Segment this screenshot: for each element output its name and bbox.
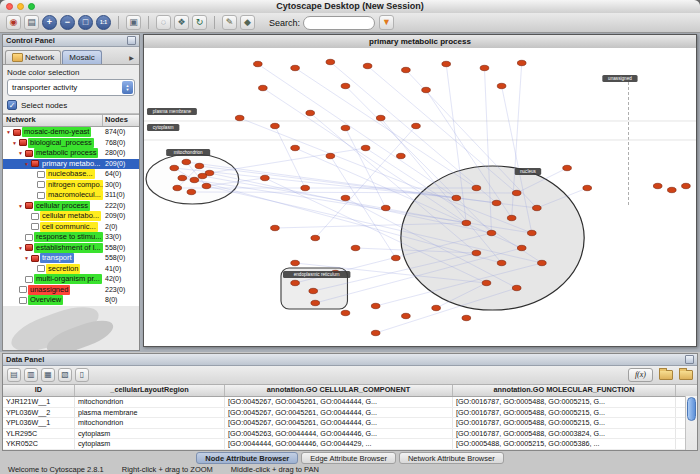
graph-node[interactable] bbox=[653, 183, 662, 188]
graph-node[interactable] bbox=[462, 315, 471, 320]
graph-node[interactable] bbox=[309, 288, 318, 293]
graph-node[interactable] bbox=[538, 260, 547, 265]
zoom-selected-icon[interactable]: □ bbox=[78, 15, 93, 30]
graph-node[interactable] bbox=[271, 225, 280, 230]
network-tree-row[interactable]: secretion41(0) bbox=[3, 264, 139, 275]
network-tree-row[interactable]: macromolecul...311(0) bbox=[3, 190, 139, 201]
graph-node[interactable] bbox=[341, 83, 350, 88]
tree-expander-icon[interactable]: ▼ bbox=[17, 243, 24, 253]
graph-node[interactable] bbox=[583, 185, 592, 190]
graph-node[interactable] bbox=[497, 83, 506, 88]
table-row[interactable]: YKR052Ccytoplasm[GO:0044444, GO:0044446,… bbox=[3, 439, 697, 450]
table-row[interactable]: YJR121W__1mitochondrion[GO:0045267, GO:0… bbox=[3, 397, 697, 408]
network-tree-row[interactable]: ▼mosaic-demo-yeast874(0) bbox=[3, 127, 139, 138]
graph-edge[interactable] bbox=[258, 64, 456, 198]
apply-layout-icon[interactable]: ↻ bbox=[192, 15, 207, 30]
network-tree-row[interactable]: multi-organism pr...42(0) bbox=[3, 274, 139, 285]
graph-node[interactable] bbox=[462, 220, 471, 225]
graph-node[interactable] bbox=[487, 230, 496, 235]
graph-node[interactable] bbox=[482, 280, 491, 285]
graph-node[interactable] bbox=[391, 255, 400, 260]
tab-edge-attribute-browser[interactable]: Edge Attribute Browser bbox=[301, 452, 396, 464]
tab-scroll-right-icon[interactable]: ▶ bbox=[126, 52, 137, 64]
graph-node[interactable] bbox=[198, 173, 207, 178]
graph-node[interactable] bbox=[341, 310, 350, 315]
table-row[interactable]: YPL036W__2plasma membrane[GO:0045267, GO… bbox=[3, 408, 697, 419]
graph-node[interactable] bbox=[371, 330, 380, 335]
graph-node[interactable] bbox=[422, 87, 431, 92]
graph-node[interactable] bbox=[361, 145, 370, 150]
graph-node[interactable] bbox=[507, 215, 516, 220]
zoom-window-button[interactable] bbox=[28, 3, 35, 10]
network-tree-row[interactable]: ▼cellular process222(0) bbox=[3, 201, 139, 212]
graph-node[interactable] bbox=[291, 65, 300, 70]
table-row[interactable]: YPL036W__1mitochondrion[GO:0045267, GO:0… bbox=[3, 418, 697, 429]
graph-node[interactable] bbox=[412, 123, 421, 128]
graph-node[interactable] bbox=[187, 189, 196, 194]
graph-node[interactable] bbox=[291, 280, 300, 285]
graph-node[interactable] bbox=[271, 123, 280, 128]
column-header[interactable]: annotation.GO MOLECULAR_FUNCTION bbox=[453, 385, 676, 396]
graph-node[interactable] bbox=[472, 250, 481, 255]
column-header[interactable]: annotation.GO CELLULAR_COMPONENT bbox=[225, 385, 453, 396]
column-header[interactable]: _cellularLayoutRegion bbox=[75, 385, 225, 396]
open-session-icon[interactable]: ◉ bbox=[6, 15, 21, 30]
zoom-fit-icon[interactable]: 1:1 bbox=[96, 15, 111, 30]
graph-node[interactable] bbox=[381, 205, 390, 210]
plugins-icon[interactable]: ◆ bbox=[240, 15, 255, 30]
select-nodes-checkbox[interactable]: ✓ bbox=[7, 100, 17, 110]
network-tree-row[interactable]: cell communic...2(0) bbox=[3, 222, 139, 233]
formula-builder-button[interactable]: f(x) bbox=[628, 368, 653, 382]
network-canvas[interactable]: plasma membranecytoplasmmitochondrionnuc… bbox=[144, 48, 696, 346]
float-panel-icon[interactable] bbox=[127, 36, 136, 45]
tree-column-nodes[interactable]: Nodes bbox=[102, 115, 139, 126]
network-tree-row[interactable]: response to stimu...33(0) bbox=[3, 232, 139, 243]
graph-node[interactable] bbox=[402, 313, 411, 318]
close-window-button[interactable] bbox=[6, 3, 13, 10]
graph-edge[interactable] bbox=[330, 62, 496, 203]
vertical-scrollbar[interactable] bbox=[685, 396, 697, 450]
graph-node[interactable] bbox=[235, 115, 244, 120]
graph-node[interactable] bbox=[291, 145, 300, 150]
graph-node[interactable] bbox=[432, 305, 441, 310]
tab-node-attribute-browser[interactable]: Node Attribute Browser bbox=[196, 452, 298, 464]
graph-node[interactable] bbox=[452, 195, 461, 200]
network-tree-row[interactable]: Overview8(0) bbox=[3, 295, 139, 306]
tab-network-attribute-browser[interactable]: Network Attribute Browser bbox=[399, 452, 504, 464]
search-input[interactable] bbox=[303, 16, 375, 30]
tab-network[interactable]: Network bbox=[5, 50, 61, 64]
new-network-from-selection-icon[interactable]: ❖ bbox=[174, 15, 189, 30]
graph-node[interactable] bbox=[306, 110, 315, 115]
graph-node[interactable] bbox=[517, 60, 526, 65]
graph-node[interactable] bbox=[497, 260, 506, 265]
graph-node[interactable] bbox=[527, 230, 536, 235]
graph-edge[interactable] bbox=[275, 126, 305, 188]
hide-selected-icon[interactable]: ◌ bbox=[156, 15, 171, 30]
graph-node[interactable] bbox=[261, 175, 270, 180]
tree-expander-icon[interactable]: ▼ bbox=[17, 148, 24, 158]
graph-node[interactable] bbox=[682, 183, 691, 188]
node-color-attribute-select[interactable]: transporter activity ▲▼ bbox=[7, 79, 135, 96]
float-panel-icon[interactable] bbox=[685, 355, 694, 364]
delete-attribute-icon[interactable]: ▯ bbox=[75, 368, 89, 382]
graph-node[interactable] bbox=[178, 175, 187, 180]
graph-node[interactable] bbox=[341, 195, 350, 200]
graph-node[interactable] bbox=[667, 187, 676, 192]
graph-node[interactable] bbox=[301, 185, 310, 190]
tree-column-network[interactable]: Network bbox=[3, 115, 102, 126]
network-tree-row[interactable]: ▼transport558(0) bbox=[3, 253, 139, 264]
tree-expander-icon[interactable]: ▼ bbox=[23, 253, 30, 263]
annotation-icon[interactable]: ✎ bbox=[222, 15, 237, 30]
graph-node[interactable] bbox=[351, 245, 360, 250]
graph-node[interactable] bbox=[397, 153, 406, 158]
table-row[interactable]: YDR039C__1mitochondrion[GO:0044444, GO:0… bbox=[3, 450, 697, 451]
zoom-in-icon[interactable]: + bbox=[42, 15, 57, 30]
graph-node[interactable] bbox=[363, 63, 372, 68]
network-tree-row[interactable]: cellular metabo...209(0) bbox=[3, 211, 139, 222]
graph-node[interactable] bbox=[371, 303, 380, 308]
snapshot-icon[interactable]: ▣ bbox=[126, 15, 141, 30]
network-graph[interactable]: plasma membranecytoplasmmitochondrionnuc… bbox=[144, 48, 696, 346]
network-tree-row[interactable]: nitrogen compo...30(0) bbox=[3, 180, 139, 191]
save-session-icon[interactable]: ▤ bbox=[24, 15, 39, 30]
minimize-window-button[interactable] bbox=[17, 3, 24, 10]
